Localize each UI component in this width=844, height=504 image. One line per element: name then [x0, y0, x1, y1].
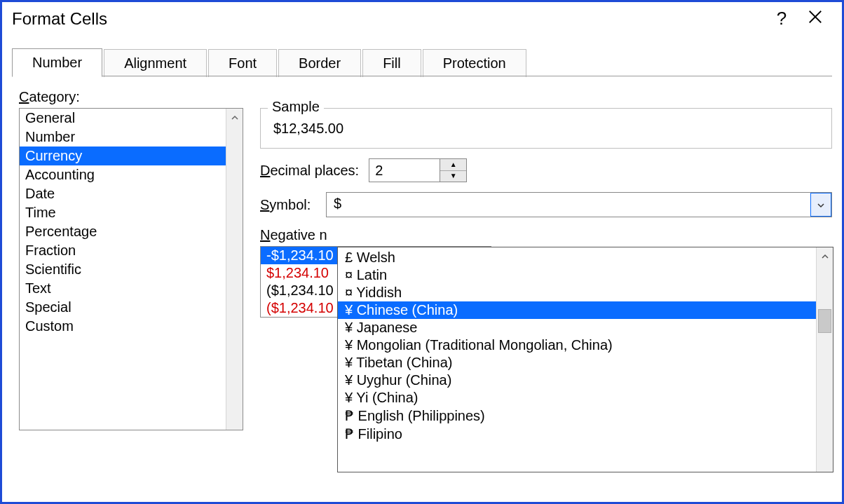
- close-icon: [808, 8, 823, 29]
- titlebar: Format Cells ?: [2, 2, 842, 34]
- category-item[interactable]: Percentage: [20, 222, 243, 241]
- chevron-down-icon: [817, 197, 825, 213]
- format-cells-dialog: Format Cells ? NumberAlignmentFontBorder…: [0, 0, 844, 504]
- close-button[interactable]: [798, 8, 832, 29]
- tab-font[interactable]: Font: [208, 49, 277, 77]
- decimal-places-field[interactable]: [369, 159, 440, 182]
- category-listbox[interactable]: GeneralNumberCurrencyAccountingDateTimeP…: [19, 108, 243, 430]
- category-item[interactable]: Number: [20, 128, 243, 147]
- tab-border[interactable]: Border: [278, 49, 361, 77]
- category-label: Category:: [19, 89, 832, 105]
- dialog-body: Category: GeneralNumberCurrencyAccountin…: [2, 76, 842, 430]
- category-item[interactable]: Accounting: [20, 165, 243, 184]
- decimal-row: Decimal places: ▲ ▼: [260, 158, 832, 182]
- symbol-option[interactable]: ¤ Latin: [338, 266, 816, 284]
- category-item[interactable]: General: [20, 109, 243, 128]
- tab-alignment[interactable]: Alignment: [104, 49, 207, 77]
- symbol-option[interactable]: ¥ Japanese: [338, 319, 816, 336]
- category-item[interactable]: Special: [20, 298, 243, 317]
- symbol-row: Symbol: $: [260, 192, 832, 217]
- dropdown-scrollbar[interactable]: [816, 247, 833, 472]
- dialog-title: Format Cells: [12, 9, 765, 29]
- scroll-up-icon[interactable]: [226, 109, 243, 127]
- sample-legend: Sample: [268, 99, 324, 115]
- right-pane: Sample $12,345.00 Decimal places: ▲ ▼: [260, 108, 832, 430]
- tab-protection[interactable]: Protection: [423, 49, 526, 77]
- symbol-dropdown-button[interactable]: [810, 193, 831, 217]
- negative-numbers-label: Negative n: [260, 227, 832, 243]
- category-item[interactable]: Fraction: [20, 241, 243, 260]
- symbol-label: Symbol:: [260, 197, 316, 213]
- category-item[interactable]: Currency: [20, 147, 243, 165]
- symbol-option[interactable]: ₱ English (Philippines): [338, 407, 816, 425]
- spinner-down-icon[interactable]: ▼: [440, 171, 466, 182]
- symbol-dropdown-list[interactable]: £ Welsh¤ Latin¤ Yiddish¥ Chinese (China)…: [337, 247, 833, 472]
- scroll-thumb[interactable]: [818, 309, 831, 333]
- symbol-option[interactable]: ¤ Yiddish: [338, 284, 816, 301]
- category-item[interactable]: Scientific: [20, 260, 243, 279]
- sample-value: $12,345.00: [261, 121, 831, 148]
- spinner-up-icon[interactable]: ▲: [440, 159, 466, 171]
- category-item[interactable]: Custom: [20, 317, 243, 336]
- tab-number[interactable]: Number: [12, 48, 102, 77]
- sample-group: Sample $12,345.00: [260, 108, 832, 149]
- tabs: NumberAlignmentFontBorderFillProtection: [12, 48, 832, 76]
- category-item[interactable]: Date: [20, 184, 243, 203]
- scrollbar[interactable]: [226, 109, 243, 430]
- symbol-value: $: [327, 193, 810, 217]
- symbol-option[interactable]: ¥ Mongolian (Traditional Mongolian, Chin…: [338, 336, 816, 354]
- tab-fill[interactable]: Fill: [362, 49, 421, 77]
- help-button[interactable]: ?: [765, 8, 798, 29]
- symbol-option[interactable]: ₱ Filipino: [338, 425, 816, 443]
- category-item[interactable]: Text: [20, 279, 243, 298]
- symbol-option[interactable]: ¥ Chinese (China): [338, 301, 816, 319]
- symbol-option[interactable]: £ Welsh: [338, 249, 816, 266]
- scroll-up-icon[interactable]: [817, 247, 833, 266]
- category-item[interactable]: Time: [20, 203, 243, 222]
- symbol-option[interactable]: ¥ Uyghur (China): [338, 372, 816, 389]
- symbol-option[interactable]: ¥ Tibetan (China): [338, 354, 816, 372]
- decimal-places-input[interactable]: ▲ ▼: [369, 158, 467, 182]
- decimal-places-label: Decimal places:: [260, 163, 359, 179]
- symbol-combobox[interactable]: $: [326, 192, 832, 217]
- symbol-option[interactable]: ¥ Yi (China): [338, 389, 816, 407]
- tab-underline: [12, 76, 832, 76]
